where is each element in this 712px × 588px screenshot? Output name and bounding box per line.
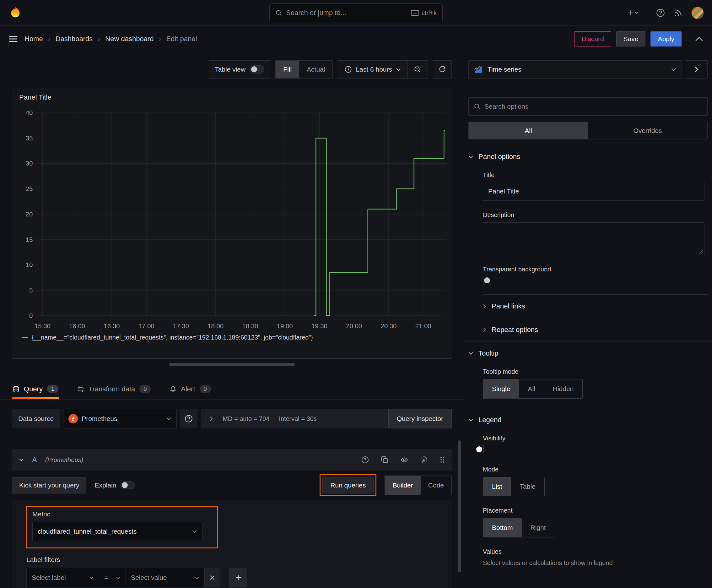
svg-text:35: 35	[26, 135, 33, 142]
collapse-options-icon[interactable]	[695, 37, 703, 41]
options-search-input[interactable]	[484, 103, 702, 110]
time-range-label: Last 6 hours	[356, 66, 392, 73]
query-help-icon[interactable]	[361, 456, 369, 464]
toggle-viz-picker-button[interactable]	[685, 60, 708, 79]
options-pane: Time series All Overrides Panel	[464, 52, 712, 588]
description-textarea[interactable]	[483, 223, 705, 255]
avatar[interactable]	[691, 6, 704, 19]
resize-corner-icon[interactable]	[699, 249, 703, 254]
fill-actual-control: Fill Actual	[275, 60, 333, 79]
add-filter-button[interactable]	[230, 568, 247, 587]
resize-handle[interactable]	[169, 363, 295, 366]
panel-title-input[interactable]	[483, 182, 705, 201]
query-inspector-button[interactable]: Query inspector	[388, 409, 452, 428]
breadcrumb-home[interactable]: Home	[24, 35, 43, 43]
zoom-out-button[interactable]	[407, 61, 428, 78]
visualization-picker[interactable]: Time series	[468, 60, 682, 79]
repeat-options-section[interactable]: Repeat options	[468, 318, 708, 341]
transparent-background-toggle[interactable]	[483, 276, 483, 284]
select-label-dropdown[interactable]: Select label	[26, 568, 99, 587]
save-button[interactable]: Save	[616, 31, 646, 46]
tab-alert[interactable]: Alert 0	[169, 379, 211, 399]
svg-text:0: 0	[29, 312, 33, 319]
duplicate-icon[interactable]	[381, 456, 388, 464]
chevron-down-icon	[671, 68, 676, 71]
actual-option[interactable]: Actual	[299, 61, 332, 78]
operator-dropdown[interactable]: =	[99, 568, 126, 587]
search-input[interactable]	[286, 9, 407, 17]
drag-handle-icon[interactable]	[440, 456, 445, 464]
metric-select[interactable]: cloudflared_tunnel_total_requests	[33, 522, 202, 541]
legend-series-label[interactable]: {__name__="cloudflared_tunnel_total_requ…	[32, 334, 313, 341]
legend-list-option[interactable]: List	[483, 477, 511, 496]
panel-links-section[interactable]: Panel links	[468, 295, 708, 318]
legend-header[interactable]: Legend	[468, 416, 708, 424]
fill-option[interactable]: Fill	[276, 61, 299, 78]
bell-icon	[170, 385, 176, 393]
chevron-down-icon	[192, 530, 197, 533]
discard-button[interactable]: Discard	[574, 31, 611, 46]
angle-right-icon	[209, 416, 213, 422]
options-search[interactable]	[468, 97, 708, 115]
menu-icon[interactable]	[9, 36, 18, 42]
query-editor: Metric cloudflared_tunnel_total_requests…	[12, 500, 452, 588]
scrollbar-thumb[interactable]	[458, 440, 461, 572]
tab-alert-badge: 0	[200, 385, 211, 393]
query-options-row[interactable]: MD = auto = 704 Interval = 30s	[201, 409, 404, 428]
time-range-control: Last 6 hours	[338, 60, 428, 79]
remove-filter-button[interactable]	[204, 568, 220, 587]
chevron-down-icon	[396, 68, 401, 71]
panel-options-title: Panel options	[478, 153, 520, 161]
tab-all[interactable]: All	[469, 122, 588, 139]
breadcrumb-dashboards[interactable]: Dashboards	[56, 35, 93, 43]
refresh-button[interactable]	[433, 60, 451, 79]
kick-start-button[interactable]: Kick start your query	[12, 477, 86, 493]
help-icon[interactable]	[656, 8, 665, 17]
grafana-logo-icon[interactable]	[8, 6, 23, 20]
table-view-toggle[interactable]	[250, 65, 264, 74]
builder-option[interactable]: Builder	[385, 476, 420, 495]
chevron-down-icon[interactable]	[19, 458, 24, 461]
run-queries-button[interactable]: Run queries	[322, 477, 373, 493]
global-search[interactable]: ctrl+k	[269, 3, 443, 22]
trash-icon[interactable]	[420, 456, 428, 464]
tooltip-single-option[interactable]: Single	[483, 379, 519, 398]
chevron-down-icon	[166, 417, 171, 420]
table-view-control: Table view	[209, 60, 270, 79]
breadcrumb-new-dashboard[interactable]: New dashboard	[105, 35, 153, 43]
legend-series-swatch	[22, 337, 28, 338]
run-queries-highlight: Run queries	[320, 474, 376, 496]
timeseries-icon	[474, 65, 483, 74]
add-menu-icon[interactable]	[628, 9, 638, 17]
legend-bottom-option[interactable]: Bottom	[483, 518, 522, 537]
refresh-icon	[438, 66, 446, 73]
tab-query[interactable]: Query 1	[12, 379, 59, 399]
legend-visibility-toggle[interactable]	[483, 445, 483, 453]
code-option[interactable]: Code	[421, 476, 451, 495]
legend-title: Legend	[478, 416, 501, 424]
metric-highlight: Metric cloudflared_tunnel_total_requests	[26, 506, 218, 548]
select-value-dropdown[interactable]: Select value	[126, 568, 205, 587]
transparent-background-label: Transparent background	[483, 266, 708, 273]
panel-title[interactable]: Panel Title	[12, 88, 452, 102]
description-label: Description	[483, 211, 708, 218]
legend-table-option[interactable]: Table	[511, 477, 544, 496]
eye-icon[interactable]	[400, 456, 408, 464]
tooltip-header[interactable]: Tooltip	[468, 349, 708, 357]
time-range-picker[interactable]: Last 6 hours	[338, 61, 407, 78]
apply-button[interactable]: Apply	[650, 31, 682, 46]
tooltip-hidden-option[interactable]: Hidden	[544, 379, 583, 398]
datasource-picker[interactable]: Prometheus	[63, 409, 177, 428]
svg-text:20:00: 20:00	[346, 322, 362, 330]
news-icon[interactable]	[674, 8, 683, 17]
tooltip-all-option[interactable]: All	[519, 379, 544, 398]
query-row-header[interactable]: A (Prometheus)	[12, 449, 452, 470]
explain-toggle[interactable]	[121, 481, 135, 489]
datasource-help-button[interactable]	[180, 409, 197, 428]
tab-transform-data[interactable]: Transform data 0	[77, 379, 151, 399]
tab-overrides[interactable]: Overrides	[588, 122, 707, 139]
panel-options-header[interactable]: Panel options	[468, 153, 708, 161]
chevron-down-icon	[116, 576, 121, 579]
legend-right-option[interactable]: Right	[522, 518, 555, 537]
legend-mode-label: Mode	[483, 466, 708, 473]
